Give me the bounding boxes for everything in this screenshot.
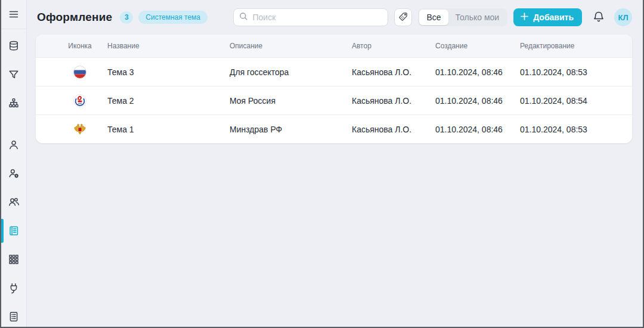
filter-icon (8, 69, 20, 81)
theme-created: 01.10.2024, 08:46 (435, 125, 520, 134)
theme-edited: 01.10.2024, 08:53 (520, 67, 632, 77)
theme-description: Моя Россия (230, 96, 352, 106)
sidebar-item-user-settings[interactable] (1, 159, 26, 188)
filter-mine-button[interactable]: Только мои (448, 10, 507, 25)
sidebar-item-hierarchy[interactable] (1, 89, 26, 117)
theme-author: Касьянова Л.О. (352, 67, 435, 77)
sidebar-item-database[interactable] (1, 32, 26, 60)
sidebar (1, 0, 27, 327)
column-header-2: Название (107, 42, 230, 50)
database-icon (8, 40, 20, 52)
users-group-icon (8, 196, 20, 208)
plus-icon (520, 12, 529, 23)
main-content: Оформление 3 Системная тема Все Только м… (27, 0, 643, 327)
plug-icon (8, 282, 20, 294)
apps-grid-icon (8, 253, 20, 265)
ownership-filter: Все Только мои (418, 8, 507, 26)
hierarchy-icon (8, 97, 20, 109)
theme-author: Касьянова Л.О. (352, 125, 435, 134)
column-header-1: Иконка (36, 42, 107, 50)
count-badge: 3 (120, 11, 133, 24)
table-body: Тема 3Для госсектораКасьянова Л.О.01.10.… (36, 57, 632, 143)
theme-name: Тема 3 (107, 67, 230, 77)
column-header-4: Автор (352, 42, 435, 50)
sidebar-nav-secondary (1, 120, 26, 328)
column-header-5: Создание (435, 42, 520, 50)
theme-edited: 01.10.2024, 08:53 (520, 125, 632, 134)
document-list-icon (8, 311, 20, 323)
add-button-label: Добавить (533, 13, 574, 22)
table-row[interactable]: Тема 2Моя РоссияКасьянова Л.О.01.10.2024… (36, 86, 632, 115)
table-header-row: ИконкаНазваниеОписаниеАвторСозданиеРедак… (36, 35, 632, 57)
user-avatar[interactable]: КЛ (614, 8, 632, 26)
filter-all-button[interactable]: Все (419, 10, 448, 25)
theme-created: 01.10.2024, 08:46 (435, 67, 520, 77)
sidebar-header (1, 0, 26, 29)
bell-icon (592, 10, 605, 25)
user-settings-icon (8, 168, 20, 180)
theme-name: Тема 2 (107, 96, 230, 106)
sidebar-item-users-group[interactable] (1, 188, 26, 216)
tags-filter-button[interactable] (394, 8, 412, 26)
table-row[interactable]: Тема 3Для госсектораКасьянова Л.О.01.10.… (36, 57, 632, 86)
theme-created: 01.10.2024, 08:46 (435, 96, 520, 106)
table-row[interactable]: Тема 1Минздрав РФКасьянова Л.О.01.10.202… (36, 115, 632, 143)
sidebar-item-document-list[interactable] (1, 302, 26, 328)
column-header-3: Описание (230, 42, 352, 50)
search-icon (239, 12, 248, 23)
russia-flag-icon (36, 65, 107, 79)
journal-icon (8, 225, 20, 237)
sidebar-item-user[interactable] (1, 131, 26, 159)
theme-description: Минздрав РФ (230, 125, 352, 134)
sidebar-item-apps-grid[interactable] (1, 245, 26, 274)
tag-icon (398, 11, 408, 24)
notifications-button[interactable] (592, 10, 605, 25)
theme-edited: 01.10.2024, 08:54 (520, 96, 632, 106)
system-theme-chip: Системная тема (138, 11, 208, 24)
theme-description: Для госсектора (230, 67, 352, 77)
moya-rossiya-icon (36, 94, 107, 108)
sidebar-item-plug[interactable] (1, 274, 26, 302)
themes-table: ИконкаНазваниеОписаниеАвторСозданиеРедак… (36, 35, 632, 143)
search-box (233, 8, 388, 26)
sidebar-item-journal[interactable] (1, 216, 26, 245)
column-header-6: Редактирование (520, 42, 632, 50)
page-title: Оформление (37, 11, 112, 24)
add-button[interactable]: Добавить (513, 8, 582, 26)
app-window: Оформление 3 Системная тема Все Только м… (0, 0, 644, 328)
user-icon (8, 139, 20, 151)
sidebar-nav-primary (1, 29, 26, 117)
menu-toggle-button[interactable] (1, 0, 26, 29)
theme-author: Касьянова Л.О. (352, 96, 435, 106)
search-input[interactable] (252, 13, 382, 22)
minzdrav-emblem-icon (36, 122, 107, 137)
sidebar-item-filter[interactable] (1, 60, 26, 89)
top-bar: Оформление 3 Системная тема Все Только м… (27, 0, 643, 35)
theme-name: Тема 1 (107, 125, 230, 134)
hamburger-icon (8, 8, 20, 20)
